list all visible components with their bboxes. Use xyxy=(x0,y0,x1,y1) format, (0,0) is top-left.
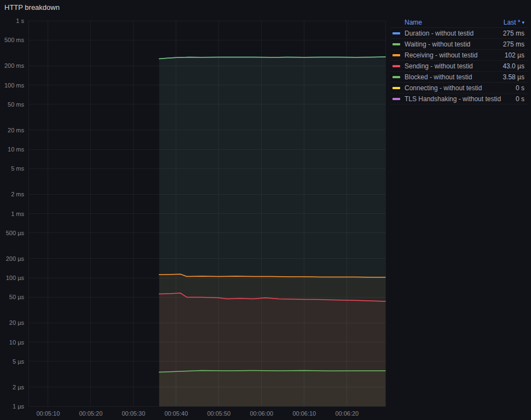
legend-last-value: 43.0 µs xyxy=(503,62,524,70)
legend-series-label[interactable]: Sending - without testid xyxy=(405,62,498,70)
legend-sort-last[interactable]: Last * ▾ xyxy=(504,19,524,26)
legend-rows: Duration - without testid275 msWaiting -… xyxy=(390,28,528,104)
legend-row[interactable]: Duration - without testid275 ms xyxy=(390,28,528,39)
legend-table: Name Last * ▾ Duration - without testid2… xyxy=(390,18,528,104)
series-color-swatch xyxy=(393,43,400,45)
legend-row[interactable]: Waiting - without testid275 ms xyxy=(390,39,528,50)
legend-last-value: 0 s xyxy=(516,84,524,92)
http-breakdown-panel: HTTP breakdown 1 s500 ms200 ms100 ms50 m… xyxy=(0,0,531,420)
legend-header: Name Last * ▾ xyxy=(390,18,528,28)
series-color-swatch xyxy=(393,98,400,100)
series-color-swatch xyxy=(393,87,400,89)
series-color-swatch xyxy=(393,65,400,67)
time-series-chart[interactable] xyxy=(0,0,389,420)
series-color-swatch xyxy=(393,76,400,78)
legend-row[interactable]: TLS Handshaking - without testid0 s xyxy=(390,94,528,104)
legend-last-value: 102 µs xyxy=(505,51,524,59)
legend-last-header: Last * xyxy=(504,19,521,26)
legend-last-value: 275 ms xyxy=(503,30,524,37)
series-color-swatch xyxy=(393,54,400,56)
series-area-blocked xyxy=(159,371,385,406)
legend-series-label[interactable]: Receiving - without testid xyxy=(405,51,500,59)
legend-series-label[interactable]: Duration - without testid xyxy=(405,30,499,37)
sort-desc-icon: ▾ xyxy=(522,20,524,25)
legend-row[interactable]: Receiving - without testid102 µs xyxy=(390,50,528,61)
legend-last-value: 275 ms xyxy=(503,40,524,48)
legend-series-label[interactable]: Waiting - without testid xyxy=(405,40,499,48)
legend-row[interactable]: Connecting - without testid0 s xyxy=(390,83,528,94)
series-color-swatch xyxy=(393,32,400,34)
legend-series-label[interactable]: Connecting - without testid xyxy=(405,84,511,92)
legend-row[interactable]: Blocked - without testid3.58 µs xyxy=(390,72,528,83)
legend-series-label[interactable]: Blocked - without testid xyxy=(405,73,498,81)
legend-row[interactable]: Sending - without testid43.0 µs xyxy=(390,61,528,72)
legend-series-label[interactable]: TLS Handshaking - without testid xyxy=(405,95,511,103)
legend-name-header[interactable]: Name xyxy=(405,19,422,26)
legend-last-value: 0 s xyxy=(516,95,524,103)
legend-last-value: 3.58 µs xyxy=(503,73,524,81)
